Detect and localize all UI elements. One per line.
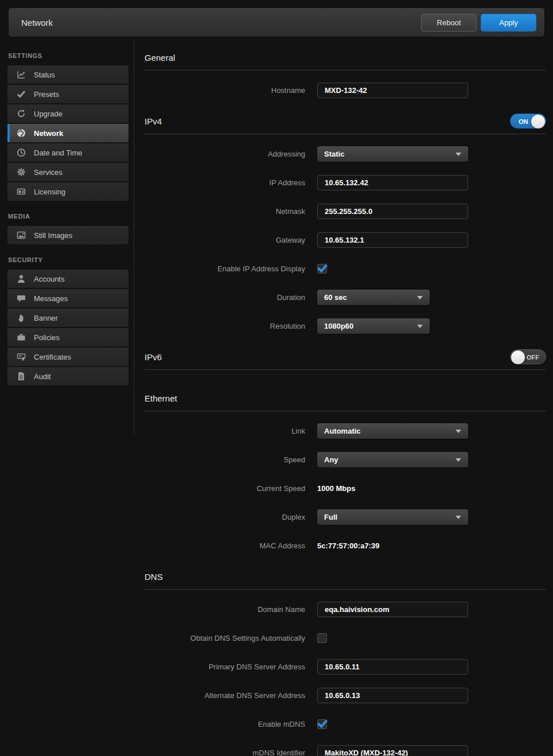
ipv6-toggle[interactable]: OFF — [510, 349, 546, 364]
ip-address-input[interactable] — [317, 175, 468, 190]
addressing-select[interactable]: Static — [317, 146, 468, 162]
current-speed-row: Current Speed 1000 Mbps — [145, 481, 546, 496]
nav-group-settings: Status Presets Upgrade Network Date and — [7, 65, 128, 201]
duration-row: Duration 60 sec — [145, 290, 546, 305]
sidebar-item-status[interactable]: Status — [7, 65, 128, 84]
link-label: Link — [145, 427, 305, 435]
sidebar-item-banner[interactable]: Banner — [7, 309, 128, 327]
duplex-row: Duplex Full — [145, 509, 546, 525]
sidebar-item-date-and-time[interactable]: Date and Time — [7, 143, 128, 162]
resolution-value: 1080p60 — [324, 322, 353, 330]
gateway-label: Gateway — [145, 236, 305, 244]
chat-bubble-icon — [16, 294, 26, 303]
chart-line-icon — [16, 70, 26, 79]
apply-button[interactable]: Apply — [481, 14, 536, 32]
sidebar-item-label: Certificates — [34, 353, 71, 361]
sidebar-item-still-images[interactable]: Still Images — [7, 226, 128, 244]
chevron-down-icon — [455, 153, 461, 156]
speed-value: Any — [324, 455, 338, 464]
duration-value: 60 sec — [324, 293, 347, 302]
netmask-label: Netmask — [145, 207, 305, 216]
sidebar-item-presets[interactable]: Presets — [7, 85, 128, 103]
toggle-knob — [511, 350, 525, 364]
check-icon — [16, 89, 26, 99]
sidebar-item-upgrade[interactable]: Upgrade — [7, 104, 128, 123]
alternate-dns-row: Alternate DNS Server Address — [145, 688, 546, 703]
sidebar-item-network[interactable]: Network — [7, 124, 128, 142]
obtain-dns-auto-checkbox[interactable] — [317, 633, 327, 643]
enable-ip-display-label: Enable IP Address Display — [145, 264, 305, 273]
sidebar-item-label: Status — [34, 71, 55, 79]
ipv6-toggle-label: OFF — [527, 354, 539, 361]
nav-group-media: Still Images — [7, 226, 128, 244]
enable-mdns-row: Enable mDNS — [145, 716, 546, 732]
image-icon — [16, 231, 26, 240]
mac-address-value: 5c:77:57:00:a7:39 — [317, 541, 379, 550]
page-title: Network — [21, 18, 53, 28]
sidebar-item-label: Banner — [34, 314, 58, 322]
duplex-select[interactable]: Full — [317, 509, 468, 525]
sidebar-section-settings: SETTINGS — [8, 52, 128, 59]
sidebar-item-licensing[interactable]: Licensing — [7, 182, 128, 201]
gateway-row: Gateway — [145, 232, 546, 248]
section-dns: DNS — [145, 569, 546, 584]
link-select[interactable]: Automatic — [317, 423, 468, 439]
sidebar-item-label: Upgrade — [34, 110, 63, 118]
chevron-down-icon — [455, 458, 461, 462]
primary-dns-label: Primary DNS Server Address — [145, 663, 305, 671]
person-icon — [16, 274, 26, 283]
sidebar-section-security: SECURITY — [8, 256, 128, 263]
speed-select[interactable]: Any — [317, 452, 468, 467]
globe-icon — [16, 128, 26, 138]
domain-name-row: Domain Name — [145, 602, 546, 617]
section-ipv4: IPv4 ON — [145, 114, 546, 128]
section-title-general: General — [145, 53, 175, 63]
hostname-label: Hostname — [145, 86, 305, 95]
domain-name-input[interactable] — [317, 602, 468, 617]
refresh-icon — [16, 109, 26, 118]
sidebar-item-services[interactable]: Services — [7, 163, 128, 181]
hostname-input[interactable] — [317, 83, 468, 98]
resolution-select[interactable]: 1080p60 — [317, 318, 430, 334]
duration-select[interactable]: 60 sec — [317, 290, 430, 305]
section-title-ipv4: IPv4 — [145, 116, 162, 126]
sidebar-item-audit[interactable]: Audit — [7, 367, 128, 385]
chevron-down-icon — [455, 430, 461, 433]
enable-ip-display-checkbox[interactable] — [317, 264, 327, 274]
section-title-ethernet: Ethernet — [145, 393, 177, 403]
speed-label: Speed — [145, 455, 305, 464]
section-rule — [145, 369, 546, 370]
addressing-label: Addressing — [145, 150, 305, 158]
sidebar-item-policies[interactable]: Policies — [7, 328, 128, 346]
section-ipv6: IPv6 OFF — [145, 349, 546, 364]
gear-icon — [16, 167, 26, 177]
mdns-identifier-input[interactable] — [317, 745, 468, 756]
sidebar-item-messages[interactable]: Messages — [7, 289, 128, 307]
reboot-button[interactable]: Reboot — [421, 14, 477, 32]
sidebar-item-certificates[interactable]: Certificates — [7, 348, 128, 366]
clock-icon — [16, 148, 26, 157]
page-header: Network Reboot Apply — [9, 8, 544, 37]
sidebar-item-label: Presets — [34, 90, 59, 99]
sidebar-section-media: MEDIA — [8, 213, 128, 220]
hand-icon — [16, 313, 26, 322]
alternate-dns-label: Alternate DNS Server Address — [145, 691, 305, 700]
alternate-dns-input[interactable] — [317, 688, 468, 703]
sidebar-item-label: Network — [34, 129, 63, 138]
netmask-input[interactable] — [317, 204, 468, 219]
ipv4-toggle[interactable]: ON — [510, 114, 546, 128]
chevron-down-icon — [417, 325, 423, 328]
resolution-label: Resolution — [145, 322, 305, 330]
enable-mdns-label: Enable mDNS — [145, 720, 305, 728]
section-ethernet: Ethernet — [145, 391, 546, 406]
toggle-knob — [531, 115, 545, 128]
sidebar-item-label: Messages — [34, 294, 68, 303]
primary-dns-row: Primary DNS Server Address — [145, 659, 546, 675]
mdns-identifier-row: mDNS Identifier — [145, 745, 546, 756]
enable-mdns-checkbox[interactable] — [317, 719, 327, 729]
gateway-input[interactable] — [317, 232, 468, 248]
primary-dns-input[interactable] — [317, 659, 468, 675]
sidebar-item-accounts[interactable]: Accounts — [7, 270, 128, 288]
duration-label: Duration — [145, 293, 305, 302]
resolution-row: Resolution 1080p60 — [145, 318, 546, 334]
